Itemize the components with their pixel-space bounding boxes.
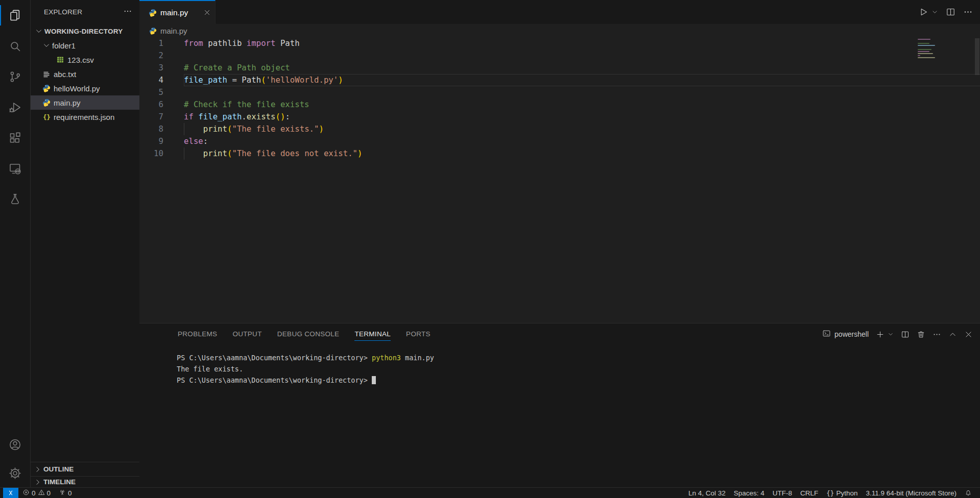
activity-account-button[interactable] (0, 430, 30, 459)
activity-explorer-button[interactable] (0, 0, 30, 31)
warning-count: 0 (47, 489, 51, 497)
chevron-down-small-icon[interactable] (936, 9, 938, 15)
pane-outline[interactable]: OUTLINE (31, 462, 139, 476)
warning-icon (38, 489, 45, 497)
activity-run-debug-button[interactable] (0, 92, 30, 122)
testing-icon (8, 192, 22, 206)
python-file-icon (149, 27, 157, 35)
panel-tab-terminal[interactable]: TERMINAL (354, 328, 391, 341)
panel-tab-debug-console[interactable]: DEBUG CONSOLE (277, 328, 340, 341)
chevron-down-small-icon[interactable] (892, 331, 894, 337)
python-file-icon (42, 84, 51, 92)
tree-item-123.csv[interactable]: 123.csv (31, 53, 139, 67)
code-editor[interactable]: 1from pathlib import Path23# Create a Pa… (139, 37, 980, 323)
run-button[interactable] (919, 7, 928, 17)
pane-timeline[interactable]: TIMELINE (31, 476, 139, 487)
panel-header: PROBLEMSOUTPUTDEBUG CONSOLETERMINALPORTS… (139, 323, 980, 345)
sidebar-bottom-panes: OUTLINE TIMELINE (31, 462, 139, 487)
pane-label: TIMELINE (43, 478, 76, 486)
close-icon[interactable] (964, 330, 973, 339)
chevron-down-icon (42, 41, 51, 49)
tree-item-abc.txt[interactable]: abc.txt (31, 67, 139, 81)
tree-item-main.py[interactable]: main.py (31, 95, 139, 110)
python-interpreter[interactable]: 3.11.9 64-bit (Microsoft Store) (862, 488, 961, 498)
notifications-bell[interactable] (961, 488, 976, 498)
encoding-status[interactable]: UTF-8 (769, 488, 796, 498)
line-number: 2 (139, 49, 163, 62)
chevron-right-icon (34, 465, 42, 474)
plus-icon[interactable] (876, 330, 885, 339)
close-icon[interactable] (203, 9, 211, 16)
python-file-icon (149, 9, 157, 17)
panel-tab-ports[interactable]: PORTS (406, 328, 431, 341)
tree-item-requirements.json[interactable]: {}requirements.json (31, 110, 139, 124)
trash-icon[interactable] (917, 330, 925, 339)
panel-tab-problems[interactable]: PROBLEMS (178, 328, 217, 341)
activity-extensions-button[interactable] (0, 122, 30, 153)
language-mode[interactable]: {} Python (822, 488, 862, 498)
tree-item-folder1[interactable]: folder1 (31, 38, 139, 53)
remote-explorer-icon (8, 162, 22, 176)
pane-label: OUTLINE (43, 465, 74, 473)
text-file-icon (42, 70, 51, 78)
code-line-6: 6# Check if the file exists (139, 98, 980, 111)
shell-selector[interactable]: powershell (822, 329, 869, 340)
panel-actions: powershell (822, 329, 973, 340)
line-number: 6 (139, 98, 163, 111)
remote-indicator[interactable] (3, 488, 18, 498)
chevron-up-icon[interactable] (948, 330, 957, 339)
line-number: 3 (139, 62, 163, 74)
ellipsis-icon[interactable] (963, 7, 973, 17)
indentation-status[interactable]: Spaces: 4 (730, 488, 769, 498)
extensions-icon (8, 131, 22, 145)
code-line-5: 5 (139, 86, 980, 98)
activity-remote-explorer-button[interactable] (0, 153, 30, 184)
panel-tabs: PROBLEMSOUTPUTDEBUG CONSOLETERMINALPORTS (178, 328, 431, 341)
editor-actions (919, 0, 980, 24)
file-label: requirements.json (54, 113, 114, 121)
file-label: abc.txt (54, 70, 76, 79)
section-working-directory[interactable]: WORKING-DIRECTORY (31, 24, 139, 38)
activity-testing-button[interactable] (0, 184, 30, 214)
terminal[interactable]: PS C:\Users\aamna\Documents\working-dire… (139, 345, 980, 487)
json-file-icon: {} (42, 113, 51, 121)
split-editor-icon[interactable] (901, 330, 910, 339)
broadcast-status[interactable]: 0 (55, 488, 76, 498)
ellipsis-icon[interactable] (933, 330, 941, 339)
svg-text:{}: {} (43, 114, 50, 121)
activity-source-control-button[interactable] (0, 61, 30, 92)
file-tree: WORKING-DIRECTORY folder1 123.csv abc.tx… (31, 24, 139, 124)
tab-main-py[interactable]: main.py (139, 0, 216, 24)
tree-item-helloWorld.py[interactable]: helloWorld.py (31, 81, 139, 95)
editor-group: main.py main.py 1from pathlib import Pat… (139, 0, 980, 487)
account-icon (8, 438, 22, 452)
minimap[interactable] (918, 39, 935, 59)
tab-bar: main.py (139, 0, 980, 24)
csv-file-icon (56, 56, 64, 64)
line-number: 5 (139, 86, 163, 98)
line-number: 8 (139, 123, 163, 135)
broadcast-count: 0 (68, 489, 72, 497)
code-content: 1from pathlib import Path23# Create a Pa… (139, 37, 980, 160)
activity-search-button[interactable] (0, 31, 30, 61)
terminal-line-3: PS C:\Users\aamna\Documents\working-dire… (177, 375, 980, 386)
error-icon (22, 489, 30, 497)
problems-status[interactable]: 0 0 (18, 488, 55, 498)
file-label: main.py (54, 98, 81, 107)
chevron-down-icon (35, 27, 43, 35)
broadcast-icon (59, 489, 66, 497)
explorer-more-actions-button[interactable] (123, 7, 132, 17)
cursor-position[interactable]: Ln 4, Col 32 (684, 488, 730, 498)
editor-scrollbar[interactable] (975, 38, 979, 75)
code-line-7: 7if file_path.exists(): (139, 111, 980, 123)
file-label: 123.csv (67, 56, 94, 64)
breadcrumb[interactable]: main.py (139, 24, 980, 37)
error-count: 0 (32, 489, 36, 497)
activity-settings-button[interactable] (0, 459, 30, 487)
eol-status[interactable]: CRLF (796, 488, 822, 498)
line-number: 10 (139, 147, 163, 160)
code-line-1: 1from pathlib import Path (139, 37, 980, 49)
panel-tab-output[interactable]: OUTPUT (232, 328, 261, 341)
status-right: Ln 4, Col 32 Spaces: 4 UTF-8 CRLF {} Pyt… (684, 488, 980, 498)
split-editor-icon[interactable] (946, 7, 955, 17)
